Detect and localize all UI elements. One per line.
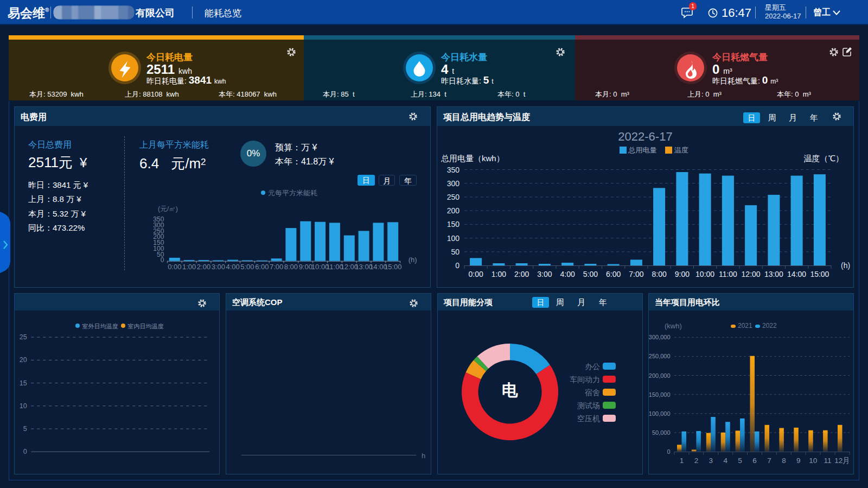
svg-text:13:00: 13:00 xyxy=(764,270,783,278)
svg-text:9: 9 xyxy=(796,457,801,465)
svg-text:(h): (h) xyxy=(841,261,850,270)
svg-text:10: 10 xyxy=(809,457,817,465)
svg-text:50: 50 xyxy=(451,248,459,256)
svg-text:6:00: 6:00 xyxy=(255,263,269,271)
svg-text:8:00: 8:00 xyxy=(284,263,298,271)
svg-text:3: 3 xyxy=(709,457,713,465)
svg-text:4:00: 4:00 xyxy=(226,263,239,271)
svg-text:100,000: 100,000 xyxy=(649,410,671,417)
svg-text:15: 15 xyxy=(20,379,27,387)
svg-text:350: 350 xyxy=(447,166,460,174)
svg-text:11:00: 11:00 xyxy=(719,270,737,278)
svg-text:20: 20 xyxy=(20,356,27,364)
svg-text:0:00: 0:00 xyxy=(468,270,483,278)
svg-text:0:00: 0:00 xyxy=(168,263,181,271)
svg-text:(元/㎡): (元/㎡) xyxy=(158,205,178,213)
svg-text:7:00: 7:00 xyxy=(270,263,283,271)
svg-text:2:00: 2:00 xyxy=(197,263,210,271)
svg-text:5:00: 5:00 xyxy=(583,270,598,278)
svg-text:100: 100 xyxy=(447,234,460,243)
svg-text:2: 2 xyxy=(694,457,699,465)
svg-text:7:00: 7:00 xyxy=(629,270,643,278)
svg-text:(h): (h) xyxy=(409,256,417,264)
svg-text:5: 5 xyxy=(23,425,27,433)
svg-text:0: 0 xyxy=(455,261,459,270)
svg-text:200: 200 xyxy=(447,206,460,215)
svg-text:14:00: 14:00 xyxy=(787,270,806,278)
svg-text:6:00: 6:00 xyxy=(606,270,621,278)
svg-text:0: 0 xyxy=(667,448,670,455)
svg-text:250,000: 250,000 xyxy=(649,353,671,359)
svg-text:2:00: 2:00 xyxy=(514,270,529,278)
svg-text:3:00: 3:00 xyxy=(537,270,552,278)
svg-text:150,000: 150,000 xyxy=(649,391,671,398)
svg-text:300,000: 300,000 xyxy=(649,334,671,340)
svg-text:6: 6 xyxy=(752,457,757,465)
svg-text:11: 11 xyxy=(824,457,832,465)
svg-text:250: 250 xyxy=(447,193,460,201)
svg-text:0: 0 xyxy=(23,448,27,455)
svg-text:9:00: 9:00 xyxy=(675,270,690,278)
svg-text:12:00: 12:00 xyxy=(742,270,761,278)
svg-text:15:00: 15:00 xyxy=(810,270,829,278)
svg-text:5:00: 5:00 xyxy=(240,263,254,271)
svg-text:8:00: 8:00 xyxy=(652,270,666,278)
svg-text:5: 5 xyxy=(738,457,742,465)
svg-text:3:00: 3:00 xyxy=(212,263,225,271)
svg-text:350: 350 xyxy=(153,216,164,223)
svg-text:10: 10 xyxy=(20,402,27,410)
svg-text:15:00: 15:00 xyxy=(384,263,402,271)
svg-text:12月: 12月 xyxy=(834,457,850,465)
svg-text:8: 8 xyxy=(782,457,786,465)
svg-text:300: 300 xyxy=(447,179,460,188)
svg-text:1:00: 1:00 xyxy=(492,270,506,278)
svg-text:25: 25 xyxy=(20,333,27,341)
svg-text:9:00: 9:00 xyxy=(299,263,312,271)
svg-text:10:00: 10:00 xyxy=(695,270,714,278)
svg-text:50,000: 50,000 xyxy=(652,429,671,436)
svg-text:200,000: 200,000 xyxy=(649,372,671,379)
svg-text:4: 4 xyxy=(723,457,727,465)
svg-text:4:00: 4:00 xyxy=(560,270,575,278)
svg-text:1: 1 xyxy=(680,457,684,465)
svg-text:7: 7 xyxy=(767,457,771,465)
svg-text:1:00: 1:00 xyxy=(182,263,196,271)
svg-text:150: 150 xyxy=(447,220,460,229)
